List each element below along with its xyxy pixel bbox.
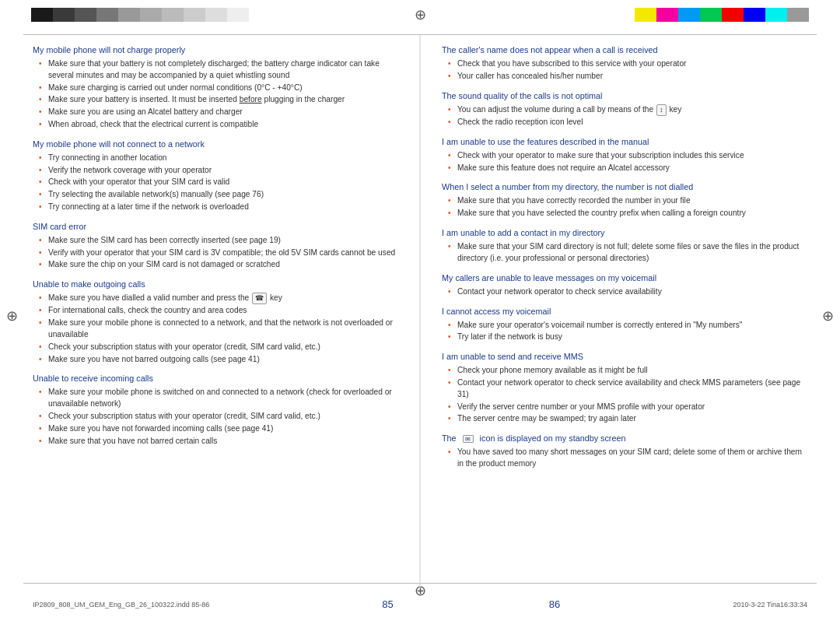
list-item: Verify the network coverage with your op… bbox=[39, 165, 398, 177]
list-item: Make sure your battery is inserted. It m… bbox=[39, 94, 398, 106]
list-item: Make sure that you have selected the cou… bbox=[448, 208, 807, 219]
section-bullets-features: Check with your operator to make sure th… bbox=[442, 150, 807, 174]
page-85: My mobile phone will not charge properly… bbox=[0, 35, 420, 582]
list-item: Make sure your operator's voicemail numb… bbox=[448, 320, 807, 332]
section-title-features: I am unable to use the features describe… bbox=[442, 136, 807, 148]
section-bullets-contact: Make sure that your SIM card directory i… bbox=[442, 241, 807, 265]
section-bullets-outgoing: Make sure you have dialled a valid numbe… bbox=[33, 293, 398, 365]
list-item: Try connecting in another location bbox=[39, 153, 398, 164]
section-bullets-voicemail-access: Make sure your operator's voicemail numb… bbox=[442, 320, 807, 344]
list-item: Make sure you have not barred outgoing c… bbox=[39, 354, 398, 366]
list-item: For international calls, check the count… bbox=[39, 305, 398, 317]
section-title-incoming: Unable to receive incoming calls bbox=[33, 373, 398, 384]
section-bullets-sim: Make sure the SIM card has been correctl… bbox=[33, 235, 398, 271]
section-bullets-sound: You can adjust the volume during a call … bbox=[442, 104, 807, 128]
list-item: The server centre may be swamped; try ag… bbox=[448, 413, 807, 425]
section-bullets-caller-name: Check that you have subscribed to this s… bbox=[442, 58, 807, 82]
section-title-outgoing: Unable to make outgoing calls bbox=[33, 279, 398, 290]
section-bullets-directory: Make sure that you have correctly record… bbox=[442, 195, 807, 219]
list-item: Check with your operator to make sure th… bbox=[448, 150, 807, 162]
section-title-caller-name: The caller's name does not appear when a… bbox=[442, 44, 807, 56]
list-item: Try selecting the available network(s) m… bbox=[39, 189, 398, 201]
list-item: Check your subscription status with your… bbox=[39, 342, 398, 353]
section-title-voicemail-access: I cannot access my voicemail bbox=[442, 306, 807, 318]
list-item: Make sure you are using an Alcatel batte… bbox=[39, 107, 398, 118]
color-bar-left bbox=[31, 8, 249, 22]
main-content: My mobile phone will not charge properly… bbox=[0, 35, 840, 582]
list-item: Try connecting at a later time if the ne… bbox=[39, 202, 398, 213]
section-bullets-network: Try connecting in another location Verif… bbox=[33, 153, 398, 213]
page-86: The caller's name does not appear when a… bbox=[420, 35, 840, 582]
page-number-right: 86 bbox=[549, 598, 560, 610]
reg-mark-top: ⊕ bbox=[415, 6, 426, 23]
section-title-sound: The sound quality of the calls is not op… bbox=[442, 90, 807, 102]
list-item: Contact your network operator to check s… bbox=[448, 377, 807, 401]
list-item: Make sure the chip on your SIM card is n… bbox=[39, 259, 398, 271]
section-title-standby-icon: The ✉ icon is displayed on my standby sc… bbox=[442, 433, 807, 444]
list-item: Make sure your mobile phone is switched … bbox=[39, 387, 398, 410]
section-title-directory: When I select a number from my directory… bbox=[442, 181, 807, 193]
list-item: Try later if the network is busy bbox=[448, 332, 807, 343]
list-item: Make sure you have not forwarded incomin… bbox=[39, 423, 398, 435]
list-item: Check the radio reception icon level bbox=[448, 117, 807, 128]
list-item: Make sure that your SIM card directory i… bbox=[448, 241, 807, 265]
list-item: Make sure that your battery is not compl… bbox=[39, 58, 398, 82]
footer: IP2809_808_UM_GEM_Eng_GB_26_100322.indd … bbox=[0, 598, 840, 610]
list-item: Verify with your operator that your SIM … bbox=[39, 247, 398, 259]
section-title-voicemail-leave: My callers are unable to leave messages … bbox=[442, 272, 807, 284]
section-bullets-charge: Make sure that your battery is not compl… bbox=[33, 58, 398, 131]
list-item: Make sure you have dialled a valid numbe… bbox=[39, 293, 398, 304]
section-title-sim: SIM card error bbox=[33, 221, 398, 233]
list-item: Make sure that you have not barred certa… bbox=[39, 436, 398, 447]
section-title-mms: I am unable to send and receive MMS bbox=[442, 351, 807, 363]
list-item: Contact your network operator to check s… bbox=[448, 286, 807, 298]
list-item: Check that you have subscribed to this s… bbox=[448, 58, 807, 70]
list-item: You have saved too many short messages o… bbox=[448, 447, 807, 470]
list-item: Your caller has concealed his/her number bbox=[448, 71, 807, 82]
footer-date: 2010-3-22 Tina16:33:34 bbox=[733, 601, 807, 609]
footer-filename: IP2809_808_UM_GEM_Eng_GB_26_100322.indd … bbox=[33, 601, 209, 609]
section-title-contact: I am unable to add a contact in my direc… bbox=[442, 227, 807, 239]
section-bullets-incoming: Make sure your mobile phone is switched … bbox=[33, 387, 398, 447]
section-title-network: My mobile phone will not connect to a ne… bbox=[33, 139, 398, 150]
list-item: Verify the server centre number or your … bbox=[448, 402, 807, 413]
page-number-left: 85 bbox=[382, 598, 393, 610]
list-item: Make sure this feature does not require … bbox=[448, 163, 807, 174]
list-item: Check with your operator that your SIM c… bbox=[39, 177, 398, 188]
list-item: When abroad, check that the electrical c… bbox=[39, 119, 398, 131]
list-item: Make sure charging is carried out under … bbox=[39, 82, 398, 94]
list-item: Make sure the SIM card has been correctl… bbox=[39, 235, 398, 247]
list-item: Make sure that you have correctly record… bbox=[448, 195, 807, 207]
list-item: Check your phone memory available as it … bbox=[448, 365, 807, 377]
color-bar-right bbox=[635, 8, 809, 22]
list-item: Check your subscription status with your… bbox=[39, 411, 398, 423]
section-bullets-mms: Check your phone memory available as it … bbox=[442, 365, 807, 425]
section-bullets-voicemail-leave: Contact your network operator to check s… bbox=[442, 286, 807, 298]
list-item: You can adjust the volume during a call … bbox=[448, 104, 807, 116]
section-bullets-standby-icon: You have saved too many short messages o… bbox=[442, 447, 807, 470]
sms-icon: ✉ bbox=[463, 435, 474, 443]
list-item: Make sure your mobile phone is connected… bbox=[39, 318, 398, 341]
section-title-charge: My mobile phone will not charge properly bbox=[33, 44, 398, 56]
